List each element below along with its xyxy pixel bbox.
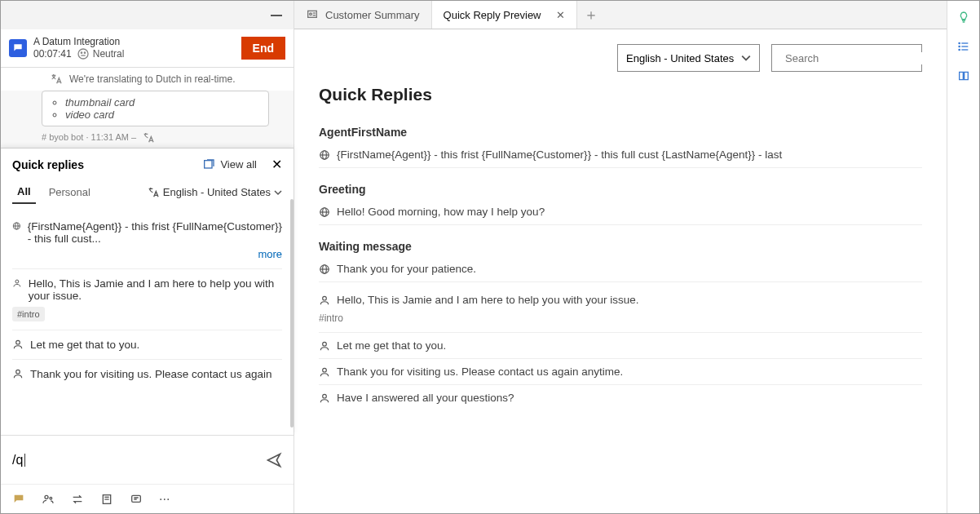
chevron-down-icon <box>274 188 282 197</box>
chat-card: thumbnail card video card <box>42 91 269 126</box>
svg-point-2 <box>84 52 85 53</box>
svg-point-11 <box>45 496 48 499</box>
globe-icon <box>319 264 330 275</box>
reply-hash: #intro <box>319 312 922 333</box>
qr-tab-all[interactable]: All <box>12 180 36 204</box>
session-timer: 00:07:41 <box>33 48 72 60</box>
page-title: Quick Replies <box>294 72 947 111</box>
svg-point-41 <box>959 49 960 50</box>
sentiment-label: Neutral <box>93 48 125 60</box>
qr-tag: #intro <box>12 307 45 321</box>
end-button[interactable]: End <box>241 37 285 60</box>
tab-bar: Customer Summary Quick Reply Preview ✕ ＋ <box>294 1 947 29</box>
svg-point-39 <box>959 42 960 43</box>
session-header: A Datum Integration 00:07:41 Neutral End <box>1 29 294 68</box>
compose-value: /q <box>12 453 23 467</box>
svg-point-33 <box>323 342 327 346</box>
compose-box[interactable]: /q <box>1 435 294 484</box>
svg-point-12 <box>50 498 52 500</box>
person-icon <box>319 295 330 306</box>
notes-icon[interactable] <box>100 492 113 507</box>
new-tab-button[interactable]: ＋ <box>577 1 605 29</box>
replies-container: AgentFirstName {FirstName{Agent}} - this… <box>294 111 947 410</box>
close-icon[interactable]: ✕ <box>271 157 282 172</box>
qr-item[interactable]: Hello, This is Jamie and I am here to he… <box>12 269 282 330</box>
scrollbar[interactable] <box>290 199 294 428</box>
more-link[interactable]: more <box>12 245 282 260</box>
reply-group-title: AgentFirstName <box>319 111 922 142</box>
svg-rect-16 <box>132 496 141 503</box>
reply-line[interactable]: Thank you for your patience. <box>319 256 922 282</box>
reply-group-title: Waiting message <box>319 225 922 256</box>
svg-point-10 <box>16 370 20 374</box>
svg-point-18 <box>310 13 312 16</box>
session-title: A Datum Integration <box>33 36 241 47</box>
person-icon <box>319 366 330 378</box>
chat-meta: # byob bot · 11:31 AM – <box>1 131 294 144</box>
reply-line[interactable]: Have I answered all your questions? <box>319 385 922 410</box>
transfer-icon[interactable] <box>71 492 84 507</box>
consult-icon[interactable] <box>42 492 55 507</box>
left-panel: A Datum Integration 00:07:41 Neutral End… <box>1 1 294 513</box>
book-icon[interactable] <box>957 68 970 82</box>
side-rail <box>947 1 979 513</box>
svg-point-40 <box>959 46 960 47</box>
qr-tab-personal[interactable]: Personal <box>44 181 95 203</box>
qr-language-dropdown[interactable]: English - United States <box>147 186 282 199</box>
qr-item[interactable]: Thank you for visiting us. Please contac… <box>12 360 282 388</box>
person-icon <box>12 368 24 379</box>
minimize-button[interactable] <box>271 15 282 16</box>
quick-reply-icon[interactable] <box>12 492 25 507</box>
lightbulb-icon[interactable] <box>957 9 970 24</box>
svg-point-35 <box>323 394 327 398</box>
view-all-button[interactable]: View all <box>202 158 257 171</box>
svg-point-9 <box>16 340 20 344</box>
card-item: thumbnail card <box>65 96 260 109</box>
svg-point-32 <box>323 296 327 300</box>
knowledge-icon[interactable] <box>130 492 143 507</box>
person-icon <box>319 340 330 352</box>
tab-quick-reply-preview[interactable]: Quick Reply Preview ✕ <box>432 1 577 29</box>
qr-item[interactable]: Let me get that to you. <box>12 330 282 360</box>
globe-icon <box>319 149 330 161</box>
globe-icon <box>319 206 330 218</box>
svg-rect-4 <box>205 160 212 167</box>
svg-point-8 <box>15 280 19 283</box>
search-field[interactable] <box>785 52 922 64</box>
translate-banner: We're translating to Dutch in real-time. <box>1 68 294 91</box>
card-item: video card <box>65 109 260 121</box>
qr-list: {FirstName{Agent}} - this frist {FullNam… <box>1 204 294 435</box>
language-dropdown[interactable]: English - United States <box>617 44 760 72</box>
sentiment-neutral: Neutral <box>77 47 125 60</box>
chevron-down-icon <box>741 53 751 63</box>
reply-line[interactable]: Let me get that to you. <box>319 333 922 359</box>
svg-point-34 <box>323 368 327 372</box>
tab-customer-summary[interactable]: Customer Summary <box>294 1 432 29</box>
person-icon <box>12 339 24 350</box>
reply-line[interactable]: Hello! Good morning, how may I help you? <box>319 199 922 225</box>
search-input[interactable] <box>771 44 922 72</box>
channel-icon <box>9 39 27 57</box>
tab-close-icon[interactable]: ✕ <box>556 9 565 21</box>
quick-replies-panel: Quick replies View all ✕ All Personal En… <box>1 148 294 435</box>
globe-icon <box>12 220 21 232</box>
qr-title: Quick replies <box>12 158 84 171</box>
list-icon[interactable] <box>957 38 970 53</box>
reply-line[interactable]: {FirstName{Agent}} - this frist {FullNam… <box>319 142 922 168</box>
svg-point-0 <box>78 49 88 59</box>
compose-toolbar: ··· <box>1 484 294 513</box>
person-icon <box>319 392 330 404</box>
send-button[interactable] <box>266 452 282 468</box>
window-chrome <box>1 1 294 29</box>
reply-line[interactable]: Thank you for visiting us. Please contac… <box>319 359 922 385</box>
more-icon[interactable]: ··· <box>159 492 170 507</box>
reply-group-title: Greeting <box>319 168 922 199</box>
svg-point-1 <box>81 52 82 53</box>
main-panel: Customer Summary Quick Reply Preview ✕ ＋… <box>294 1 947 513</box>
toolbar: English - United States <box>294 29 947 72</box>
person-icon <box>12 277 22 289</box>
reply-line[interactable]: Hello, This is Jamie and I am here to he… <box>319 282 922 312</box>
qr-item[interactable]: {FirstName{Agent}} - this frist {FullNam… <box>12 212 282 269</box>
